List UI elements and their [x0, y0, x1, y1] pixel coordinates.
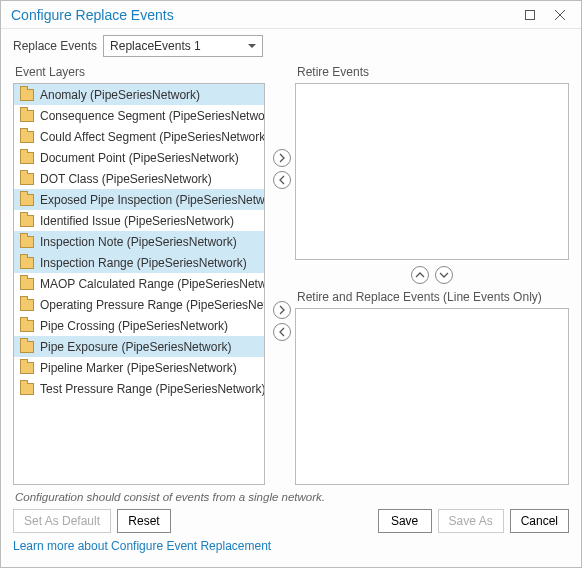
list-item-label: Identified Issue (PipeSeriesNetwork) — [40, 214, 234, 228]
replace-events-row: Replace Events ReplaceEvents 1 — [13, 35, 569, 57]
event-layers-label: Event Layers — [15, 65, 265, 81]
list-item[interactable]: Exposed Pipe Inspection (PipeSeriesNetwo… — [14, 189, 264, 210]
move-down-button[interactable] — [435, 266, 453, 284]
layer-icon — [20, 299, 34, 311]
list-item[interactable]: Pipe Exposure (PipeSeriesNetwork) — [14, 336, 264, 357]
retire-events-listbox[interactable] — [295, 83, 569, 260]
move-up-button[interactable] — [411, 266, 429, 284]
dialog-content: Replace Events ReplaceEvents 1 Event Lay… — [1, 29, 581, 567]
move-right-retire-button[interactable] — [273, 149, 291, 167]
arrow-right-icon — [277, 153, 287, 163]
right-boxes: Retire Events Retire and Replace Events … — [295, 63, 569, 485]
set-as-default-button[interactable]: Set As Default — [13, 509, 111, 533]
list-item-label: Anomaly (PipeSeriesNetwork) — [40, 88, 200, 102]
list-item-label: Pipe Crossing (PipeSeriesNetwork) — [40, 319, 228, 333]
titlebar: Configure Replace Events — [1, 1, 581, 29]
replace-events-label: Replace Events — [13, 39, 97, 53]
layer-icon — [20, 341, 34, 353]
event-layers-column: Event Layers Anomaly (PipeSeriesNetwork)… — [13, 63, 265, 485]
layer-icon — [20, 320, 34, 332]
list-item[interactable]: Inspection Range (PipeSeriesNetwork) — [14, 252, 264, 273]
layer-icon — [20, 173, 34, 185]
list-item-label: MAOP Calculated Range (PipeSeriesNetwork… — [40, 277, 265, 291]
event-layers-listbox[interactable]: Anomaly (PipeSeriesNetwork)Consequence S… — [13, 83, 265, 485]
arrow-column — [269, 63, 295, 485]
dialog-window: Configure Replace Events Replace Events … — [0, 0, 582, 568]
panels: Event Layers Anomaly (PipeSeriesNetwork)… — [13, 63, 569, 485]
list-item-label: Document Point (PipeSeriesNetwork) — [40, 151, 239, 165]
layer-icon — [20, 89, 34, 101]
right-area: Retire Events Retire and Replace Events … — [269, 63, 569, 485]
list-item[interactable]: Operating Pressure Range (PipeSeriesNetw… — [14, 294, 264, 315]
layer-icon — [20, 194, 34, 206]
list-item[interactable]: Test Pressure Range (PipeSeriesNetwork) — [14, 378, 264, 399]
list-item-label: Inspection Range (PipeSeriesNetwork) — [40, 256, 247, 270]
maximize-button[interactable] — [515, 4, 545, 26]
replace-events-listbox[interactable] — [295, 308, 569, 485]
maximize-icon — [525, 10, 535, 20]
arrow-up-icon — [415, 270, 425, 280]
list-item[interactable]: Pipe Crossing (PipeSeriesNetwork) — [14, 315, 264, 336]
hint-text: Configuration should consist of events f… — [15, 491, 567, 503]
close-button[interactable] — [545, 4, 575, 26]
list-item-label: Test Pressure Range (PipeSeriesNetwork) — [40, 382, 265, 396]
arrow-left-icon — [277, 175, 287, 185]
move-left-retire-button[interactable] — [273, 171, 291, 189]
replace-events-value: ReplaceEvents 1 — [110, 39, 201, 53]
window-title: Configure Replace Events — [11, 7, 515, 23]
svg-rect-0 — [526, 10, 535, 19]
retire-events-label: Retire Events — [297, 65, 569, 81]
learn-more-link[interactable]: Learn more about Configure Event Replace… — [13, 539, 569, 553]
layer-icon — [20, 236, 34, 248]
arrow-right-icon — [277, 305, 287, 315]
list-item-label: Could Affect Segment (PipeSeriesNetwork) — [40, 130, 265, 144]
layer-icon — [20, 215, 34, 227]
layer-icon — [20, 110, 34, 122]
list-item[interactable]: Inspection Note (PipeSeriesNetwork) — [14, 231, 264, 252]
list-item-label: Operating Pressure Range (PipeSeriesNetw… — [40, 298, 265, 312]
move-left-replace-button[interactable] — [273, 323, 291, 341]
arrow-down-icon — [439, 270, 449, 280]
list-item[interactable]: Identified Issue (PipeSeriesNetwork) — [14, 210, 264, 231]
list-item[interactable]: DOT Class (PipeSeriesNetwork) — [14, 168, 264, 189]
list-item-label: Pipe Exposure (PipeSeriesNetwork) — [40, 340, 231, 354]
list-item[interactable]: Could Affect Segment (PipeSeriesNetwork) — [14, 126, 264, 147]
close-icon — [555, 10, 565, 20]
layer-icon — [20, 278, 34, 290]
replace-events-panel-label: Retire and Replace Events (Line Events O… — [297, 290, 569, 306]
list-item[interactable]: Anomaly (PipeSeriesNetwork) — [14, 84, 264, 105]
reorder-row — [295, 264, 569, 284]
arrow-left-icon — [277, 327, 287, 337]
layer-icon — [20, 383, 34, 395]
list-item-label: Pipeline Marker (PipeSeriesNetwork) — [40, 361, 237, 375]
reset-button[interactable]: Reset — [117, 509, 171, 533]
list-item-label: Consequence Segment (PipeSeriesNetwork) — [40, 109, 265, 123]
cancel-button[interactable]: Cancel — [510, 509, 569, 533]
list-item-label: Inspection Note (PipeSeriesNetwork) — [40, 235, 237, 249]
save-as-button[interactable]: Save As — [438, 509, 504, 533]
replace-events-combo[interactable]: ReplaceEvents 1 — [103, 35, 263, 57]
layer-icon — [20, 152, 34, 164]
list-item[interactable]: Pipeline Marker (PipeSeriesNetwork) — [14, 357, 264, 378]
layer-icon — [20, 362, 34, 374]
list-item[interactable]: MAOP Calculated Range (PipeSeriesNetwork… — [14, 273, 264, 294]
layer-icon — [20, 257, 34, 269]
list-item[interactable]: Document Point (PipeSeriesNetwork) — [14, 147, 264, 168]
list-item[interactable]: Consequence Segment (PipeSeriesNetwork) — [14, 105, 264, 126]
list-item-label: Exposed Pipe Inspection (PipeSeriesNetwo… — [40, 193, 265, 207]
move-right-replace-button[interactable] — [273, 301, 291, 319]
save-button[interactable]: Save — [378, 509, 432, 533]
list-item-label: DOT Class (PipeSeriesNetwork) — [40, 172, 212, 186]
layer-icon — [20, 131, 34, 143]
button-row: Set As Default Reset Save Save As Cancel — [13, 509, 569, 537]
